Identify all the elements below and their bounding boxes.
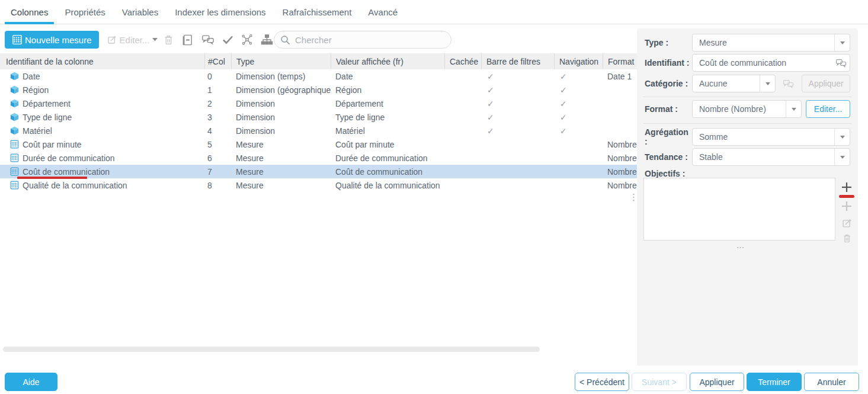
navigation-check: ✓ bbox=[554, 113, 603, 122]
horizontal-scrollbar[interactable] bbox=[3, 347, 540, 352]
previous-button[interactable]: < Précédent bbox=[575, 373, 629, 391]
aggregation-select[interactable]: Somme bbox=[692, 128, 850, 146]
column-identifier-label: Type de ligne bbox=[23, 113, 72, 122]
new-measure-button[interactable]: Nouvelle mesure bbox=[5, 31, 99, 49]
type-cell: Mesure bbox=[231, 153, 331, 163]
column-number-cell: 7 bbox=[204, 167, 231, 177]
edit-icon bbox=[107, 35, 117, 44]
column-identifier-cell: Durée de communication bbox=[0, 153, 204, 163]
tab-indexer-les-dimensions[interactable]: Indexer les dimensions bbox=[166, 0, 274, 24]
type-cell: Dimension bbox=[231, 99, 331, 108]
filter-bar-check: ✓ bbox=[481, 113, 554, 122]
cancel-button[interactable]: Annuler bbox=[804, 373, 859, 391]
column-header-type: Type bbox=[231, 53, 331, 69]
measure-properties-panel: Type : Mesure Identifiant : Coût de comm… bbox=[637, 28, 858, 366]
edit-button[interactable]: Editer... bbox=[107, 35, 158, 45]
navigation-check: ✓ bbox=[554, 72, 603, 81]
format-label: Format : bbox=[645, 104, 692, 114]
table-row[interactable]: Département2DimensionDépartement✓✓ bbox=[0, 97, 637, 110]
type-select[interactable]: Mesure bbox=[692, 34, 850, 52]
chevron-down-icon bbox=[834, 149, 850, 165]
table-row[interactable]: Coût par minute5MesureCoût par minuteNom… bbox=[0, 137, 637, 151]
panel-resize-handle[interactable]: ⋯ bbox=[736, 243, 745, 252]
column-identifier-cell: Coût par minute bbox=[0, 140, 204, 149]
chevron-down-icon bbox=[152, 38, 158, 41]
divider bbox=[643, 123, 851, 124]
edit-objective-button[interactable] bbox=[842, 218, 852, 228]
format-edit-button[interactable]: Editer... bbox=[806, 100, 850, 118]
add-objective-secondary-button[interactable] bbox=[841, 200, 853, 212]
tab-avance[interactable]: Avancé bbox=[360, 0, 406, 24]
category-value: Aucune bbox=[693, 79, 760, 88]
displayed-value-cell: Coût par minute bbox=[331, 140, 444, 149]
translate-icon[interactable] bbox=[832, 58, 850, 68]
table-row[interactable]: Région1Dimension (géographique)Région✓✓ bbox=[0, 83, 637, 97]
data-processing-button[interactable] bbox=[241, 34, 253, 46]
format-select[interactable]: Nombre (Nombre) bbox=[692, 100, 802, 118]
hide-column-button[interactable] bbox=[181, 34, 194, 46]
category-select[interactable]: Aucune bbox=[692, 75, 776, 92]
column-identifier-cell: Type de ligne bbox=[0, 113, 204, 122]
objectives-label: Objectifs : bbox=[645, 169, 685, 178]
type-cell: Mesure bbox=[231, 140, 331, 149]
trend-select[interactable]: Stable bbox=[692, 148, 850, 166]
type-cell: Mesure bbox=[231, 167, 331, 177]
table-row[interactable]: Type de ligne3DimensionType de ligne✓✓ bbox=[0, 110, 637, 124]
column-identifier-cell: Coût de communication bbox=[0, 167, 204, 177]
column-identifier-label: Qualité de la communication bbox=[23, 181, 127, 190]
column-header-barre-de-filtres: Barre de filtres bbox=[481, 53, 554, 69]
column-number-cell: 3 bbox=[204, 113, 231, 122]
displayed-value-cell: Coût de communication bbox=[331, 167, 444, 177]
tab-proprietes[interactable]: Propriétés bbox=[56, 0, 113, 24]
column-identifier-cell: Région bbox=[0, 85, 204, 95]
measure-icon bbox=[12, 34, 23, 45]
column-header-format: Format bbox=[603, 53, 637, 69]
columns-table: Identifiant de la colonne#ColTypeValeur … bbox=[0, 53, 637, 192]
tab-bar: ColonnesPropriétésVariablesIndexer les d… bbox=[0, 0, 868, 24]
identifier-field[interactable]: Coût de communication bbox=[692, 54, 850, 72]
displayed-value-cell: Date bbox=[331, 72, 444, 81]
translate-button[interactable] bbox=[201, 34, 214, 46]
column-header-cachee: Cachée bbox=[444, 53, 481, 69]
measure-icon bbox=[10, 140, 19, 149]
column-identifier-cell: Matériel bbox=[0, 126, 204, 136]
trend-value: Stable bbox=[693, 152, 834, 162]
search-input[interactable] bbox=[295, 35, 445, 45]
chevron-down-icon bbox=[834, 129, 850, 145]
column-identifier-label: Coût de communication bbox=[23, 167, 110, 177]
delete-objective-button[interactable] bbox=[843, 233, 851, 244]
help-button[interactable]: Aide bbox=[5, 373, 57, 391]
finish-button[interactable]: Terminer bbox=[747, 373, 802, 391]
tab-variables[interactable]: Variables bbox=[114, 0, 166, 24]
displayed-value-cell: Durée de communication bbox=[331, 153, 444, 163]
format-cell: Nombre bbox=[603, 140, 637, 149]
dimension-icon bbox=[10, 126, 19, 135]
category-label: Catégorie : bbox=[645, 79, 692, 88]
column-number-cell: 2 bbox=[204, 99, 231, 108]
next-button[interactable]: Suivant > bbox=[632, 373, 687, 391]
column-header-identifiant-de-la-colonne: Identifiant de la colonne bbox=[0, 53, 204, 69]
table-row[interactable]: Matériel4DimensionMatériel✓✓ bbox=[0, 124, 637, 137]
tab-colonnes[interactable]: Colonnes bbox=[2, 0, 56, 24]
objectives-list[interactable] bbox=[643, 178, 835, 241]
identifier-label: Identifiant : bbox=[645, 58, 692, 68]
trend-label: Tendance : bbox=[645, 152, 692, 162]
type-cell: Mesure bbox=[231, 181, 331, 190]
category-apply-button[interactable]: Appliquer bbox=[802, 75, 850, 92]
table-row[interactable]: Durée de communication6MesureDurée de co… bbox=[0, 151, 637, 165]
apply-button[interactable]: Appliquer bbox=[690, 373, 744, 391]
displayed-value-cell: Qualité de la communication bbox=[331, 181, 444, 190]
column-number-cell: 8 bbox=[204, 181, 231, 190]
column-identifier-label: Matériel bbox=[23, 126, 52, 136]
table-row[interactable]: Coût de communication7MesureCoût de comm… bbox=[0, 165, 637, 178]
delete-column-button[interactable] bbox=[164, 34, 174, 46]
dimension-icon bbox=[10, 85, 19, 94]
column-identifier-cell: Qualité de la communication bbox=[0, 181, 204, 190]
hierarchy-button[interactable] bbox=[261, 34, 273, 46]
table-row[interactable]: Qualité de la communication8MesureQualit… bbox=[0, 178, 637, 192]
tab-rafraichissement[interactable]: Rafraîchissement bbox=[274, 0, 360, 24]
add-objective-button[interactable] bbox=[841, 181, 853, 193]
identifier-value: Coût de communication bbox=[693, 58, 832, 68]
validate-button[interactable] bbox=[222, 35, 233, 44]
table-row[interactable]: Date0Dimension (temps)Date✓✓Date 1 bbox=[0, 69, 637, 83]
